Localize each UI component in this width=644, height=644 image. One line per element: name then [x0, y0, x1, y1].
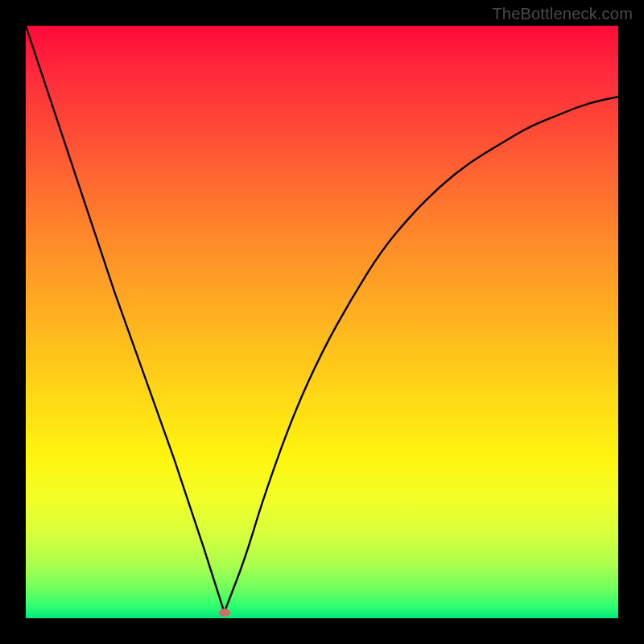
minimum-marker	[219, 609, 230, 617]
plot-area	[26, 26, 618, 618]
bottleneck-curve	[26, 26, 618, 618]
watermark-text: TheBottleneck.com	[492, 5, 633, 23]
curve-path	[26, 26, 618, 613]
chart-stage: TheBottleneck.com	[0, 0, 644, 644]
